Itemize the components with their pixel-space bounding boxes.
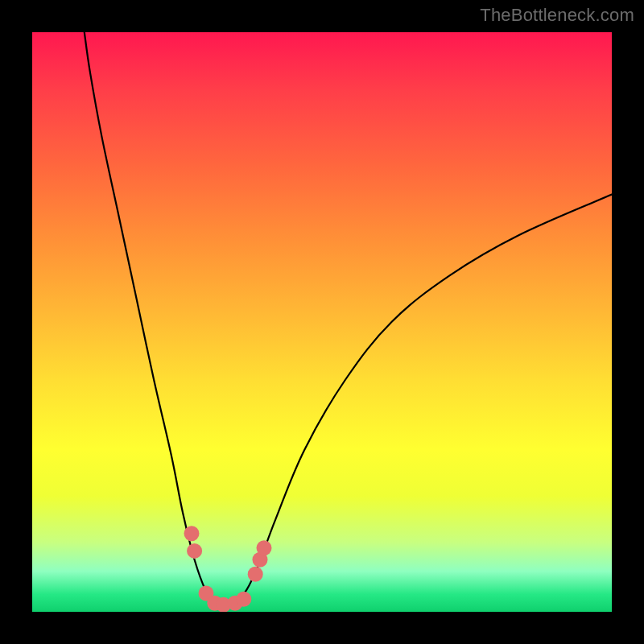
marker-point: [257, 540, 272, 555]
marker-point: [184, 526, 200, 541]
curve-bottleneck-curve: [85, 32, 612, 605]
chart-svg: [32, 32, 612, 612]
marker-point: [236, 592, 251, 607]
marker-point: [187, 543, 202, 559]
plot-area: [32, 32, 612, 612]
watermark-text: TheBottleneck.com: [480, 5, 634, 26]
marker-point: [248, 567, 263, 582]
chart-frame: TheBottleneck.com: [0, 0, 644, 644]
